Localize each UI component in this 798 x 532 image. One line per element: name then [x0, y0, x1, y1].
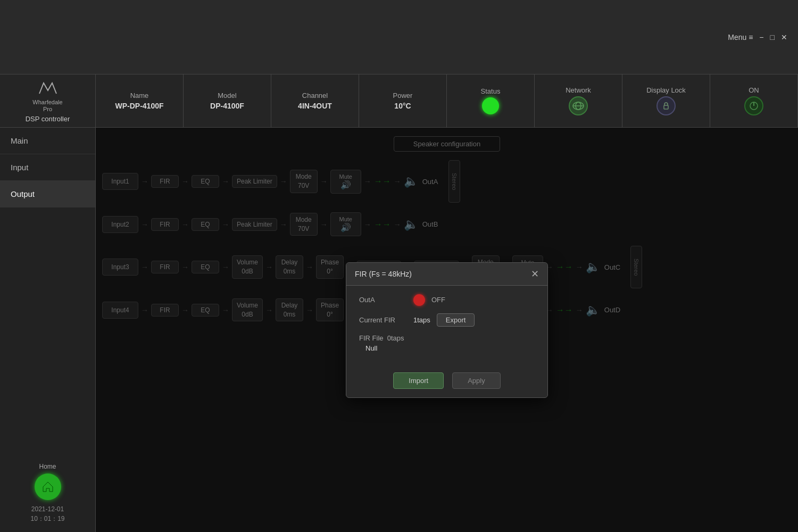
name-label: Name — [130, 92, 149, 99]
sidebar-item-output[interactable]: Output — [0, 181, 95, 207]
sidebar-item-main[interactable]: Main — [0, 128, 95, 154]
modal-overlay: FIR (Fs = 48kHz) ✕ OutA OFF Current FIR — [96, 128, 798, 532]
sidebar-item-input[interactable]: Input — [0, 154, 95, 181]
menu-label[interactable]: Menu ≡ — [728, 33, 753, 41]
minimize-button[interactable]: − — [759, 33, 763, 41]
logo-icon — [35, 79, 61, 98]
window-controls: Menu ≡ − □ ✕ — [728, 33, 787, 41]
fir-file-title: FIR File 0taps — [359, 334, 535, 342]
current-fir-label: Current FIR — [359, 316, 407, 324]
display-lock-icon[interactable] — [656, 96, 676, 115]
modal-close-button[interactable]: ✕ — [531, 268, 539, 280]
modal-outa-row: OutA OFF — [359, 294, 535, 306]
export-button[interactable]: Export — [437, 313, 475, 327]
power-button[interactable] — [744, 96, 763, 115]
model-label: Model — [218, 92, 236, 99]
fir-null-value: Null — [365, 344, 535, 352]
modal-body: OutA OFF Current FIR 1taps Export — [346, 286, 547, 368]
power-value: 10°C — [394, 102, 411, 110]
name-value: WP-DP-4100F — [115, 102, 163, 110]
title-bar: Menu ≡ − □ ✕ — [0, 0, 798, 74]
apply-button[interactable]: Apply — [452, 372, 501, 389]
modal-header: FIR (Fs = 48kHz) ✕ — [346, 263, 547, 286]
modal-out-label: OutA — [359, 296, 407, 304]
header-on-off: ON — [710, 74, 798, 127]
logo-text: Wharfedale Pro — [32, 99, 62, 113]
sidebar-bottom: Home 2021-12-01 10：01：19 — [0, 454, 95, 532]
logo-section: Wharfedale Pro DSP controller — [0, 74, 96, 127]
close-button[interactable]: ✕ — [781, 33, 787, 41]
channel-value: 4IN-4OUT — [298, 102, 332, 110]
status-indicator — [482, 97, 499, 114]
fir-modal: FIR (Fs = 48kHz) ✕ OutA OFF Current FIR — [346, 262, 548, 398]
on-off-label: ON — [749, 86, 759, 94]
display-lock-label: Display Lock — [646, 86, 686, 94]
channel-label: Channel — [302, 92, 328, 99]
header-power: Power 10°C — [359, 74, 447, 127]
network-icon — [569, 96, 588, 115]
sidebar: Main Input Output Home 2021-12-01 10：01：… — [0, 128, 96, 532]
header-network: Network — [535, 74, 622, 127]
off-label: OFF — [431, 296, 445, 304]
svg-rect-3 — [664, 105, 668, 109]
header-status: Status — [447, 74, 535, 127]
model-value: DP-4100F — [210, 102, 244, 110]
modal-footer: Import Apply — [346, 368, 547, 397]
date-display: 2021-12-01 10：01：19 — [9, 504, 87, 523]
red-indicator — [413, 294, 425, 306]
import-button[interactable]: Import — [393, 372, 444, 389]
header-display-lock: Display Lock — [622, 74, 710, 127]
current-fir-value: 1taps — [413, 316, 430, 324]
header-model: Model DP-4100F — [184, 74, 271, 127]
app: Wharfedale Pro DSP controller Name WP-DP… — [0, 74, 798, 532]
home-label: Home — [9, 463, 87, 470]
power-label: Power — [393, 92, 413, 99]
maximize-button[interactable]: □ — [770, 33, 775, 41]
main-content: Main Input Output Home 2021-12-01 10：01：… — [0, 128, 798, 532]
header-name: Name WP-DP-4100F — [96, 74, 184, 127]
fir-file-section: FIR File 0taps Null — [359, 334, 535, 352]
signal-flow-area: Speaker configuration Input1 → FIR → EQ … — [96, 128, 798, 532]
modal-title: FIR (Fs = 48kHz) — [355, 270, 412, 278]
home-button[interactable] — [35, 473, 61, 500]
header-bar: Wharfedale Pro DSP controller Name WP-DP… — [0, 74, 798, 128]
status-label: Status — [481, 87, 501, 95]
modal-current-fir-row: Current FIR 1taps Export — [359, 313, 535, 327]
header-channel: Channel 4IN-4OUT — [271, 74, 359, 127]
app-title: DSP controller — [26, 115, 70, 123]
network-label: Network — [566, 86, 591, 94]
